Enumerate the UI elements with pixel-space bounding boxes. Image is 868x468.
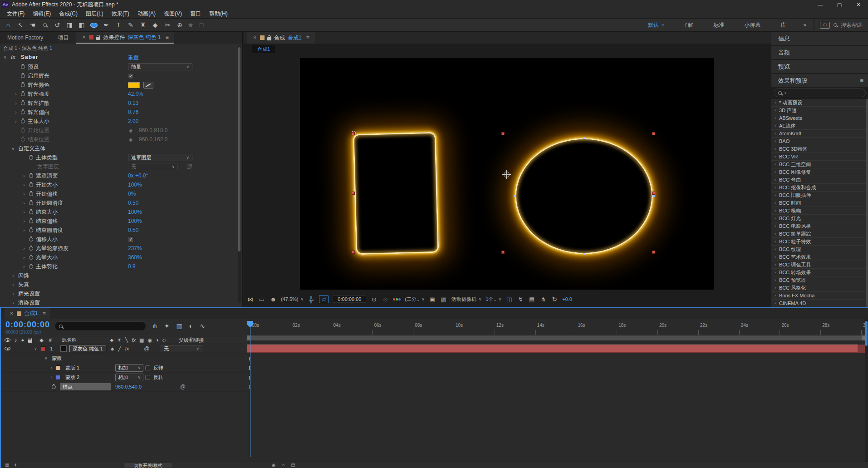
stopwatch-icon[interactable] <box>21 65 25 69</box>
mask-invert-checkbox[interactable] <box>145 365 150 370</box>
zoom-tool[interactable] <box>39 20 50 30</box>
expand-icon[interactable]: › <box>14 101 18 106</box>
collapse-effect-icon[interactable]: ∨ <box>4 55 7 59</box>
preset-category-26[interactable]: ›CINEMA 4D <box>771 300 866 307</box>
pixel-aspect-toggle-icon[interactable]: ◫ <box>505 296 513 303</box>
effect-name[interactable]: Saber <box>21 54 38 60</box>
panel-effects-presets[interactable]: 效果和预设 ≡ <box>771 74 868 87</box>
effect-panel-scrollbar[interactable] <box>238 45 241 303</box>
param-value[interactable]: 100% <box>128 209 142 215</box>
resolution-dropdown[interactable]: (二分.. ∨ <box>405 296 424 303</box>
stopwatch-icon[interactable] <box>29 192 33 196</box>
expand-icon[interactable]: › <box>22 246 26 251</box>
camera-tool[interactable]: ◨ <box>64 20 75 30</box>
layer-visibility-icon[interactable] <box>5 347 10 350</box>
camera-dropdown[interactable]: 活动摄像机 ∨ <box>451 296 482 303</box>
mask-row-0[interactable]: ›蒙版 1相加∨反转 <box>1 363 247 373</box>
param-value[interactable]: 960.0,918.0 <box>139 127 167 133</box>
stopwatch-icon[interactable] <box>29 237 33 241</box>
channels-icon[interactable]: ☻ <box>270 296 277 303</box>
param-value[interactable]: 0% <box>128 191 136 197</box>
mask-mode-dropdown[interactable]: 相加∨ <box>115 364 143 372</box>
menu-item-2[interactable]: 合成(C) <box>55 10 82 18</box>
scrollbar-thumb[interactable] <box>238 47 240 251</box>
anchor-point-value[interactable]: 960.0,540.0 <box>115 384 142 389</box>
pan-behind-tool[interactable]: ◧ <box>76 20 87 30</box>
layer-duration-bar[interactable] <box>247 345 865 353</box>
mask-name[interactable]: 蒙版 1 <box>65 365 79 371</box>
preset-category-17[interactable]: ›BCC 简单跟踪 <box>771 230 866 238</box>
preset-category-25[interactable]: ›Boris FX Mocha <box>771 292 866 300</box>
chevron-right-icon[interactable]: › <box>51 365 52 370</box>
stopwatch-icon[interactable] <box>29 219 33 223</box>
home-tool[interactable]: ⌂ <box>3 20 14 30</box>
layer-name[interactable]: 深灰色 纯色 1 <box>69 345 106 352</box>
stopwatch-icon[interactable] <box>21 110 25 114</box>
more-workspaces-icon[interactable]: » <box>796 22 814 28</box>
exposure-value[interactable]: +0.0 <box>562 296 572 302</box>
scrollbar-thumb[interactable] <box>865 321 868 346</box>
layer-label-chip[interactable] <box>41 346 46 351</box>
pick-whip-icon[interactable]: @ <box>144 345 149 352</box>
expand-icon[interactable]: › <box>22 219 26 224</box>
expand-icon[interactable]: › <box>14 92 18 97</box>
preset-category-12[interactable]: ›BCC 旧版插件 <box>771 192 866 199</box>
param-checkbox[interactable]: ✓ <box>128 73 134 79</box>
param-value[interactable]: 960.0,162.0 <box>139 136 167 143</box>
expand-icon[interactable]: › <box>14 110 18 115</box>
eyedropper-icon[interactable] <box>143 82 153 89</box>
preset-category-7[interactable]: ›BCC VR <box>771 153 866 161</box>
layer-parent-dropdown[interactable]: 无 ∨ <box>161 345 202 352</box>
mask-row-1[interactable]: ›蒙版 2相加∨反转 <box>1 373 247 382</box>
preset-category-18[interactable]: ›BCC 粒子特效 <box>771 238 866 246</box>
hand-tool[interactable]: ☚ <box>27 20 38 30</box>
pick-whip-icon[interactable]: @ <box>180 384 186 390</box>
mask-invert-checkbox[interactable] <box>145 375 150 380</box>
stopwatch-icon[interactable] <box>21 83 25 87</box>
selection-handle[interactable] <box>501 251 505 254</box>
selection-handle[interactable] <box>652 132 655 135</box>
preset-category-21[interactable]: ›BCC 调色工具 <box>771 261 866 269</box>
param-value[interactable]: 0.50 <box>128 200 138 206</box>
param-value[interactable]: 42.0% <box>128 91 143 97</box>
options-icon[interactable]: ☀ <box>13 463 17 468</box>
close-tab-icon[interactable]: × <box>9 310 14 317</box>
graph-editor-icon[interactable]: ∿ <box>200 322 205 330</box>
stopwatch-icon[interactable] <box>29 156 33 160</box>
close-tab-icon[interactable]: × <box>81 34 86 40</box>
group-expand-icon[interactable]: › <box>11 301 15 305</box>
expand-icon[interactable]: › <box>14 119 18 124</box>
param-value[interactable]: 0x +0.0° <box>128 172 148 179</box>
type-tool[interactable]: T <box>113 20 124 30</box>
menu-item-3[interactable]: 图层(L) <box>82 10 108 18</box>
reset-exposure-icon[interactable]: ↻ <box>551 296 558 303</box>
timeline-timecode[interactable]: 0:00:00:00 <box>5 320 50 330</box>
menu-item-8[interactable]: 帮助(H) <box>205 10 232 18</box>
effects-presets-search[interactable]: ∨ <box>774 89 866 97</box>
layer-switch-icon[interactable]: fx <box>125 346 129 351</box>
magnification-dropdown[interactable]: (47.5%) ∨ <box>281 296 304 302</box>
clone-stamp-tool[interactable]: ♜ <box>137 20 148 30</box>
stopwatch-icon[interactable] <box>29 174 33 178</box>
stopwatch-icon[interactable] <box>21 128 25 133</box>
group-expand-icon[interactable]: › <box>11 282 15 287</box>
anchor-point-label[interactable]: 锚点 <box>60 383 111 390</box>
menu-item-0[interactable]: 文件(F) <box>3 10 29 18</box>
param-value[interactable]: 100% <box>128 182 142 188</box>
timeline-search[interactable] <box>54 321 146 331</box>
mask-vertex[interactable] <box>514 195 516 197</box>
mask-color-chip[interactable] <box>56 375 61 380</box>
preset-category-5[interactable]: ›BAO <box>771 138 866 145</box>
param-value[interactable]: 0.76 <box>128 109 138 115</box>
chevron-right-icon[interactable]: › <box>51 375 52 379</box>
param-dropdown[interactable]: 能量∨ <box>128 63 192 70</box>
workspace-tab-1[interactable]: 了解 <box>672 21 703 29</box>
param-value[interactable]: 0.50 <box>128 227 138 233</box>
layer-row[interactable]: ∨ 1 深灰色 纯色 1 ♣╱fx @ 无 ∨ <box>1 344 247 354</box>
param-value[interactable]: 0.13 <box>128 100 138 106</box>
layer-switch-icon[interactable]: ♣ <box>111 346 114 351</box>
frame-blend-icon[interactable]: ▥ <box>176 322 182 330</box>
viewer-timecode[interactable]: 0:00:00:00 <box>333 296 366 303</box>
panel-menu-icon[interactable]: ≡ <box>860 74 863 87</box>
workspace-settings-icon[interactable]: ⊡ <box>820 22 830 29</box>
